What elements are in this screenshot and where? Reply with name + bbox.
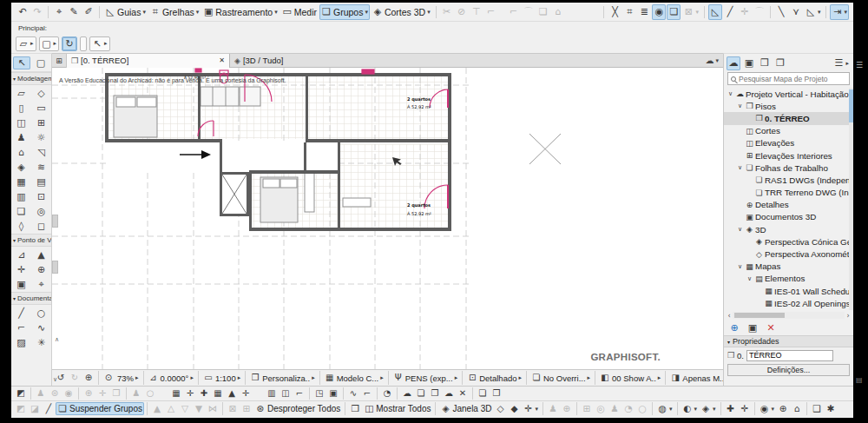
toolbar-icon[interactable]: ⊞ [580, 402, 594, 415]
intersect-button[interactable]: ⊤ [470, 4, 483, 20]
toolbar-icon[interactable]: ▦ [169, 387, 183, 400]
object-tool[interactable]: ♟ [13, 130, 30, 144]
scroll-right-icon[interactable]: › [845, 312, 852, 320]
close-tab-icon[interactable]: ✕ [219, 56, 225, 64]
marquee-tool[interactable]: ▢ [32, 56, 49, 69]
toolbar-icon[interactable]: ✛ [738, 402, 752, 415]
orbit-button[interactable]: ↻ [62, 36, 77, 51]
toolbar-icon[interactable]: ❐ [428, 387, 442, 400]
palette-scroll-down-icon[interactable]: ∨ [53, 376, 57, 383]
perpendicular-constraint-button[interactable]: ⋎ [789, 4, 803, 20]
snap-grid-button[interactable]: ⌗ [622, 4, 636, 20]
toolbar-icon[interactable]: ◇ [493, 402, 507, 415]
arrow-tool-button[interactable]: ↖ ▸ [89, 36, 110, 51]
palette-collapse-handle[interactable] [52, 215, 58, 228]
detail-tool[interactable]: ⊕ [33, 262, 50, 276]
section-header-documentacao[interactable]: ▾ Documentaçã [11, 292, 51, 305]
clean-button[interactable]: ✚ [724, 402, 738, 415]
toolbar-icon[interactable]: ✛ [239, 387, 253, 400]
partial-structure-control[interactable]: ◨ Apenas M... ▸ [668, 371, 723, 385]
toolbar-icon[interactable]: ❐ [109, 387, 123, 400]
snap-points-button[interactable]: ◉ [652, 4, 666, 20]
expander-icon[interactable]: ∨ [736, 102, 744, 109]
guias-button[interactable]: ◺ Guias ▾ [103, 4, 148, 20]
palette-scroll-up-icon[interactable]: ∧ [55, 336, 59, 343]
project-map-button[interactable]: ☁ [727, 56, 740, 70]
split-button[interactable]: ✂ [440, 4, 454, 20]
grelhas-button[interactable]: ⌗ Grelhas ▾ [148, 4, 201, 20]
toolbar-icon[interactable]: ▣ [326, 387, 340, 400]
zone-tool[interactable]: ❏ [13, 204, 30, 218]
fit-in-window-button[interactable]: ⊙ [102, 371, 115, 385]
favorite-wall-button[interactable]: ▱ ▸ [16, 36, 36, 51]
toolbar-icon[interactable]: ♟ [129, 387, 143, 400]
inject-parameters-button[interactable]: ✎ [67, 4, 81, 20]
mesh-tool[interactable]: ≋ [33, 160, 50, 174]
toolbar-icon[interactable]: ✛ [183, 387, 197, 400]
opening-tool[interactable]: ⊡ [33, 189, 50, 203]
renovation-filter-control[interactable]: ◧ 00 Show A.. ▸ [598, 371, 662, 385]
tree-horizontal-scrollbar[interactable]: ‹ › [726, 311, 852, 320]
toolbar-icon[interactable]: △ [164, 402, 178, 415]
pick-up-parameters-button[interactable]: ⌖ [52, 4, 66, 20]
zoom-level-control[interactable]: 73% ▸ [115, 371, 141, 385]
suspender-grupos-button[interactable]: ❏ Suspender Grupos [56, 402, 144, 415]
send-to-back-button[interactable]: ▼ [192, 402, 206, 415]
toolbar-icon[interactable]: ✕ [456, 387, 470, 400]
toolbar-icon[interactable]: ◉ [62, 387, 76, 400]
toolbar-icon[interactable]: ⋈ [206, 402, 220, 415]
parallel-constraint-button[interactable]: ╲ [774, 4, 788, 20]
scrollbar-thumb[interactable] [734, 313, 785, 318]
3d-style-button[interactable]: ◍ ▾ [655, 402, 674, 415]
stretch-button[interactable]: ❏ [536, 4, 550, 20]
orientation-control[interactable]: ⊿ 0.0000° ▸ [147, 371, 195, 385]
properties-header[interactable]: ▾ Propriedades [724, 335, 853, 347]
selection-info-button[interactable]: ◩ [14, 387, 28, 400]
railing-tool[interactable]: ▥ [13, 189, 30, 203]
bring-to-front-button[interactable]: ▲ [150, 402, 164, 415]
toolbar-icon[interactable]: ⊕ [560, 402, 574, 415]
toolbar-icon[interactable]: ❏ [414, 387, 428, 400]
guide-lines-button[interactable]: ≣ [637, 4, 651, 20]
fill-tool[interactable]: ▨ [13, 335, 30, 349]
toolbar-icon[interactable]: ✱ [824, 402, 838, 415]
curve-edge-button[interactable]: ⌒ [522, 4, 536, 20]
favorite-marquee-button[interactable]: ▢ ▸ [39, 36, 60, 51]
medir-button[interactable]: ▭ Medir [280, 4, 319, 20]
tab-3d[interactable]: ◈ [3D / Tudo] [230, 54, 287, 68]
adjust-button[interactable]: ⊘ [455, 4, 469, 20]
arc-constraint-button[interactable]: ⌒ [753, 4, 766, 20]
special-snap-button[interactable]: ⇥ ▾ [830, 4, 849, 20]
panel-tool[interactable]: ◻ [33, 219, 50, 233]
3d-document-tool[interactable]: ▣ [13, 277, 30, 291]
drawing-canvas[interactable]: A Versão Educacional do Archicad: não é … [52, 68, 723, 370]
tree-item-project[interactable]: ∨ ☁ Projeto Vertical - Habitação Socia [724, 88, 853, 100]
new-viewpoint-button[interactable]: ⊕ [727, 321, 741, 336]
toolbar-icon[interactable]: ⌂ [790, 402, 804, 415]
tree-item-pisos[interactable]: ∨ ❒ Pisos [724, 100, 853, 112]
toolbar-icon[interactable]: ⌐ [293, 387, 306, 400]
tree-item-trr[interactable]: ❏ TRR Terreno DWG (Independ [724, 187, 853, 199]
toolbar-icon[interactable]: ◫ [279, 387, 293, 400]
walk-button[interactable]: ♟ [546, 402, 560, 415]
toolbar-icon[interactable]: ◎ [594, 402, 608, 415]
camera-tool[interactable]: ⌖ [33, 277, 50, 291]
toolbar-icon[interactable]: ♟ [34, 387, 48, 400]
toolbar-icon[interactable]: ∿ [346, 387, 360, 400]
layout-book-button[interactable]: ❒ [758, 56, 772, 70]
toolbar-icon[interactable]: ◪ [28, 402, 42, 415]
tree-item-elevacoes[interactable]: ◫ Elevações [724, 137, 853, 149]
toolbar-icon[interactable]: ♟ [608, 402, 621, 415]
line-tool[interactable]: ╱ [13, 306, 30, 320]
tree-item-cortes[interactable]: ◫ Cortes [724, 125, 853, 137]
tree-item-elevacoes-interiores[interactable]: ⊞ Elevações Interiores [724, 149, 853, 162]
desproteger-todos-button[interactable]: ⊛ Desproteger Todos [253, 402, 342, 415]
save-view-button[interactable]: ▣ [746, 321, 760, 336]
shell-tool[interactable]: ◹ [33, 145, 50, 159]
toolbar-icon[interactable]: ❑ [810, 402, 824, 415]
window-tool[interactable]: ⊞ [33, 116, 50, 129]
model-view-options-control[interactable]: ⊡ Detalhado ▸ [465, 371, 523, 385]
toolbar-icon[interactable]: ⊕ [82, 387, 95, 400]
polyline-tool[interactable]: ⌐ [13, 321, 30, 334]
tab-terreo[interactable]: ❒ [0. TÉRREO] ✕ [67, 54, 230, 68]
